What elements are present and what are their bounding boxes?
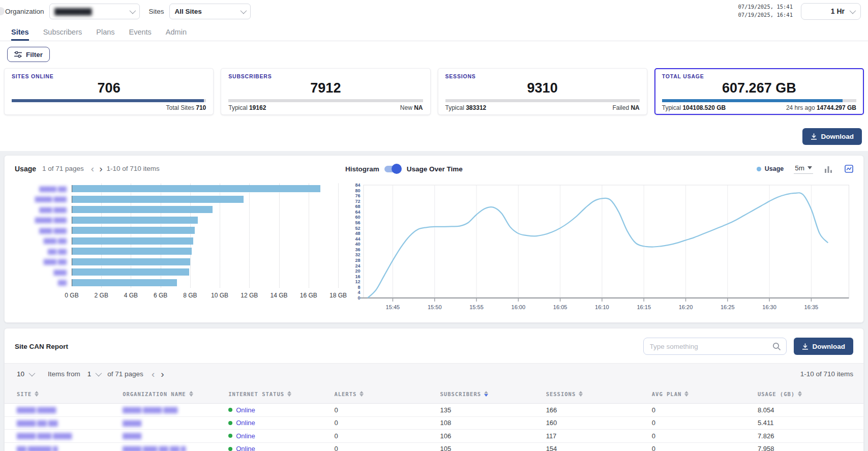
table-controls: 10 Items from 1 of 71 pages ‹ › 1-10 of …	[5, 363, 863, 384]
site-link-redacted[interactable]: ▇▇▇▇ ▇▇▇▇	[17, 406, 123, 413]
sort-up-arrow	[798, 391, 802, 394]
sort-down-arrow	[189, 394, 193, 397]
bar-track	[72, 227, 338, 234]
report-search-input[interactable]	[650, 343, 772, 350]
bar[interactable]	[72, 196, 244, 203]
bar-label-redacted[interactable]: ▇▇▇▇ ▇▇▇	[15, 217, 72, 223]
site-link-redacted[interactable]: ▇▇▇▇ ▇▇▇ ▇▇▇▇	[17, 432, 123, 439]
table-row: ▇▇ ▇▇▇▇▇ ▇▇▇▇▇ ▇▇▇ ▇▇ ▇▇ ▇Online01051540…	[5, 443, 863, 451]
line-chart-view-button[interactable]	[844, 164, 854, 174]
kpi-progress-bar	[662, 99, 856, 102]
site-link-redacted[interactable]: ▇▇▇▇ ▇▇ ▇▇	[17, 419, 123, 427]
usage-items-text: 1-10 of 710 items	[107, 165, 160, 172]
kpi-label: SUBSCRIBERS	[228, 73, 423, 79]
interval-select[interactable]: 5m	[794, 164, 813, 174]
sort-down-arrow	[684, 394, 689, 397]
bar[interactable]	[72, 279, 177, 286]
page-size-select[interactable]: 10	[17, 370, 34, 378]
column-header-subscribers[interactable]: SUBSCRIBERS	[440, 391, 546, 397]
bar-label-redacted[interactable]: ▇▇▇	[15, 269, 72, 276]
svg-text:16:10: 16:10	[595, 304, 609, 310]
bar-label-redacted[interactable]: ▇▇ ▇▇	[15, 248, 72, 255]
column-header-avg-plan[interactable]: AVG PLAN	[652, 391, 758, 397]
usage-bar-chart: ▇▇▇▇ ▇▇▇▇▇▇ ▇▇▇▇▇▇ ▇▇▇▇▇▇▇ ▇▇▇▇▇▇ ▇▇▇▇▇▇…	[15, 184, 338, 303]
tab-subscribers[interactable]: Subscribers	[43, 28, 82, 41]
table-next-page-button[interactable]: ›	[160, 369, 165, 379]
bar[interactable]	[72, 237, 193, 245]
internet-status-link[interactable]: Online	[236, 419, 255, 427]
bar[interactable]	[72, 206, 213, 213]
bar-row: ▇▇▇▇ ▇▇▇	[15, 194, 338, 205]
bar-label-redacted[interactable]: ▇▇▇▇ ▇▇▇	[15, 196, 72, 202]
kpi-card-subscribers[interactable]: SUBSCRIBERS7912Typical 19162New NA	[221, 68, 430, 115]
kpi-footer-right: New NA	[400, 104, 423, 111]
bar-label-redacted[interactable]: ▇▇▇▇ ▇▇	[15, 186, 72, 192]
column-header-usage-gb-[interactable]: USAGE (GB)	[758, 391, 863, 397]
column-header-label: AVG PLAN	[652, 391, 682, 397]
usage-next-page-button[interactable]: ›	[98, 164, 103, 173]
legend-usage[interactable]: Usage	[757, 165, 784, 172]
download-button[interactable]: Download	[802, 128, 862, 145]
bar[interactable]	[72, 227, 195, 234]
page-select[interactable]: 1	[87, 370, 101, 378]
organization-link-redacted[interactable]: ▇▇▇▇	[123, 432, 228, 439]
bar-x-tick-label: 18 GB	[330, 292, 347, 299]
bar[interactable]	[72, 248, 192, 255]
tab-admin[interactable]: Admin	[166, 28, 187, 41]
table-prev-page-button[interactable]: ‹	[151, 369, 156, 379]
tab-sites[interactable]: Sites	[11, 28, 29, 41]
tab-events[interactable]: Events	[129, 28, 152, 41]
search-icon[interactable]	[772, 342, 781, 351]
organization-select[interactable]: ▇▇▇▇▇▇▇	[49, 4, 140, 19]
organization-link-redacted[interactable]: ▇▇▇▇	[123, 419, 228, 427]
bar-label-redacted[interactable]: ▇▇	[15, 279, 72, 286]
internet-status-link[interactable]: Online	[236, 406, 255, 414]
topbar: Organization ▇▇▇▇▇▇▇ Sites All Sites 07/…	[0, 0, 868, 22]
kpi-footer: Typical 383312Failed NA	[445, 104, 640, 111]
sites-select[interactable]: All Sites	[169, 4, 251, 19]
usage-gb-cell: 5.411	[758, 419, 863, 427]
svg-text:48: 48	[355, 231, 360, 236]
kpi-footer-left: Typical 104108.520 GB	[662, 104, 726, 111]
tab-plans[interactable]: Plans	[96, 28, 114, 41]
report-download-button[interactable]: Download	[794, 338, 854, 355]
sort-up-arrow	[360, 391, 364, 394]
usage-over-time-label: Usage Over Time	[407, 165, 463, 173]
column-header-organization-name[interactable]: ORGANIZATION NAME	[123, 391, 228, 397]
svg-text:16:30: 16:30	[762, 304, 776, 310]
kpi-card-sessions[interactable]: SESSIONS9310Typical 383312Failed NA	[438, 68, 647, 115]
chart-view-toggle[interactable]	[384, 166, 401, 172]
time-range-end: 07/19/2025, 16:41	[738, 11, 793, 19]
kpi-card-sites-online[interactable]: SITES ONLINE706Total Sites 710	[4, 68, 214, 115]
bar-label-redacted[interactable]: ▇▇▇ ▇▇▇	[15, 227, 72, 234]
bar-label-redacted[interactable]: ▇▇▇ ▇▇	[15, 237, 72, 244]
bar-track	[72, 258, 338, 265]
sort-up-arrow	[287, 391, 291, 394]
sort-icon	[287, 391, 291, 397]
organization-link-redacted[interactable]: ▇▇▇▇ ▇▇▇ ▇▇ ▇▇ ▇	[123, 445, 228, 451]
column-header-internet-status[interactable]: INTERNET STATUS	[228, 391, 334, 397]
filter-button[interactable]: Filter	[7, 47, 50, 62]
organization-link-redacted[interactable]: ▇▇▇▇ ▇▇▇▇ ▇▇▇	[123, 406, 228, 413]
column-header-sessions[interactable]: SESSIONS	[546, 391, 652, 397]
column-chart-view-button[interactable]	[823, 164, 833, 174]
usage-prev-page-button[interactable]: ‹	[90, 164, 95, 173]
internet-status-link[interactable]: Online	[236, 432, 255, 440]
svg-text:24: 24	[355, 263, 360, 268]
bar[interactable]	[72, 217, 198, 224]
sort-down-arrow	[484, 394, 488, 397]
svg-text:76: 76	[355, 193, 360, 198]
bar[interactable]	[72, 268, 189, 276]
kpi-card-total-usage[interactable]: TOTAL USAGE607.267 GBTypical 104108.520 …	[654, 68, 864, 115]
site-link-redacted[interactable]: ▇▇ ▇▇▇▇▇ ▇	[17, 445, 123, 451]
bar-label-redacted[interactable]: ▇▇▇ ▇▇▇	[15, 206, 72, 213]
bar-track	[72, 237, 338, 245]
column-header-site[interactable]: SITE	[17, 391, 123, 397]
bar[interactable]	[72, 185, 320, 192]
svg-text:15:50: 15:50	[428, 304, 442, 310]
time-range-select[interactable]: 1 Hr	[801, 3, 861, 20]
bar[interactable]	[72, 258, 190, 265]
column-header-alerts[interactable]: ALERTS	[334, 391, 440, 397]
bar-label-redacted[interactable]: ▇▇▇ ▇▇	[15, 258, 72, 265]
internet-status-link[interactable]: Online	[236, 445, 255, 451]
